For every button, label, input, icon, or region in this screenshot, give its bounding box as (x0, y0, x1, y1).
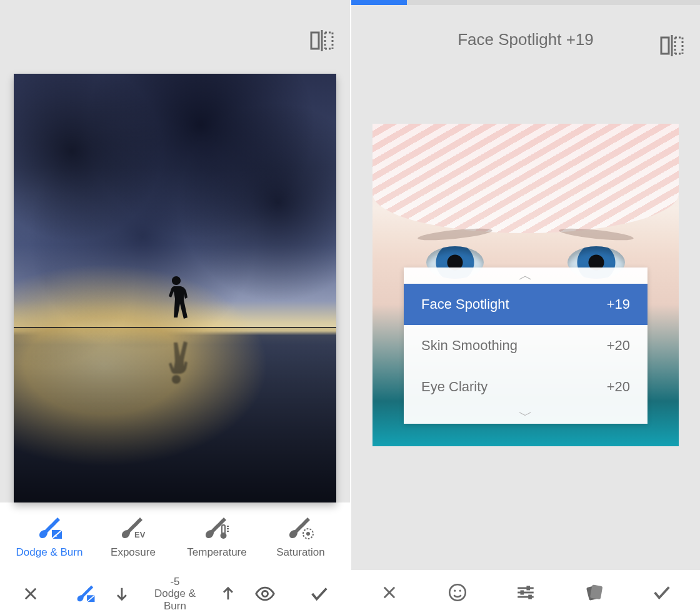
mask-view-button[interactable] (239, 583, 291, 604)
svg-rect-32 (528, 595, 532, 599)
svg-rect-0 (311, 32, 319, 49)
left-bottom-bar: -5 Dodge & Burn (0, 572, 350, 615)
svg-point-15 (306, 532, 310, 536)
apply-button[interactable] (629, 582, 695, 603)
menu-item-face-spotlight[interactable]: Face Spotlight +19 (404, 284, 648, 325)
cancel-button[interactable] (5, 585, 57, 602)
brush-temperature-icon (203, 516, 231, 540)
svg-point-25 (454, 590, 456, 592)
svg-text:±: ± (54, 532, 58, 538)
tool-dodge-burn[interactable]: ± Dodge & Burn (8, 516, 91, 559)
menu-item-value: +20 (607, 338, 630, 354)
adjustment-menu[interactable]: ︿ Face Spotlight +19 Skin Smoothing +20 … (404, 268, 648, 424)
menu-item-eye-clarity[interactable]: Eye Clarity +20 (404, 366, 648, 408)
editor-left-pane: ± Dodge & Burn EV Exposure (0, 0, 350, 615)
value-progress-bar[interactable] (351, 0, 700, 5)
svg-rect-34 (590, 584, 602, 599)
adjustment-title: Face Spotlight +19 (458, 30, 594, 49)
svg-text:EV: EV (134, 530, 146, 539)
brush-strength-control[interactable]: -5 Dodge & Burn (113, 576, 237, 612)
brush-strength-readout: -5 Dodge & Burn (142, 576, 208, 612)
brush-toolbox: ± Dodge & Burn EV Exposure (0, 502, 350, 572)
styles-button[interactable] (561, 582, 627, 603)
svg-rect-9 (222, 525, 225, 534)
tool-label: Saturation (276, 546, 325, 559)
right-bottom-bar (351, 570, 700, 615)
brush-saturation-icon (287, 516, 314, 540)
apply-button[interactable] (294, 583, 346, 604)
compare-icon[interactable] (309, 28, 335, 54)
menu-item-label: Eye Clarity (421, 379, 488, 395)
svg-rect-30 (521, 590, 524, 594)
decrease-icon[interactable] (113, 585, 131, 602)
increase-icon[interactable] (219, 585, 237, 602)
active-brush-button[interactable] (59, 583, 111, 604)
sliders-button[interactable] (492, 582, 558, 603)
brush-exposure-icon: EV (119, 516, 147, 540)
tool-exposure[interactable]: EV Exposure (91, 516, 175, 559)
left-top-bar (0, 0, 350, 74)
svg-point-10 (221, 532, 227, 539)
chevron-down-icon[interactable]: ﹀ (404, 408, 648, 424)
chevron-up-icon[interactable]: ︿ (404, 268, 648, 284)
svg-point-17 (262, 591, 268, 596)
brush-dodge-burn-icon: ± (36, 516, 63, 540)
subject-silhouette (162, 276, 190, 330)
svg-rect-18 (661, 38, 669, 54)
tool-label: Temperature (187, 546, 246, 559)
editor-right-pane: Face Spotlight +19 ︿ Face Spotlight + (350, 0, 700, 615)
menu-item-value: +20 (607, 379, 630, 395)
left-canvas[interactable] (0, 74, 350, 502)
svg-rect-28 (526, 586, 530, 590)
menu-item-skin-smoothing[interactable]: Skin Smoothing +20 (404, 325, 648, 366)
portrait-photo[interactable]: ︿ Face Spotlight +19 Skin Smoothing +20 … (372, 124, 679, 446)
face-button[interactable] (424, 582, 490, 603)
menu-item-label: Skin Smoothing (421, 338, 518, 354)
tool-temperature[interactable]: Temperature (175, 516, 259, 559)
right-top-bar: Face Spotlight +19 (351, 5, 700, 74)
menu-item-label: Face Spotlight (421, 296, 509, 312)
menu-item-value: +19 (607, 296, 630, 312)
edited-photo[interactable] (14, 74, 336, 502)
svg-point-26 (459, 590, 461, 592)
right-canvas[interactable]: ︿ Face Spotlight +19 Skin Smoothing +20 … (351, 74, 700, 570)
tool-label: Exposure (111, 546, 156, 559)
compare-icon[interactable] (659, 32, 685, 59)
tool-label: Dodge & Burn (16, 546, 83, 559)
svg-point-24 (449, 584, 466, 601)
cancel-button[interactable] (356, 584, 422, 601)
tool-saturation[interactable]: Saturation (259, 516, 342, 559)
